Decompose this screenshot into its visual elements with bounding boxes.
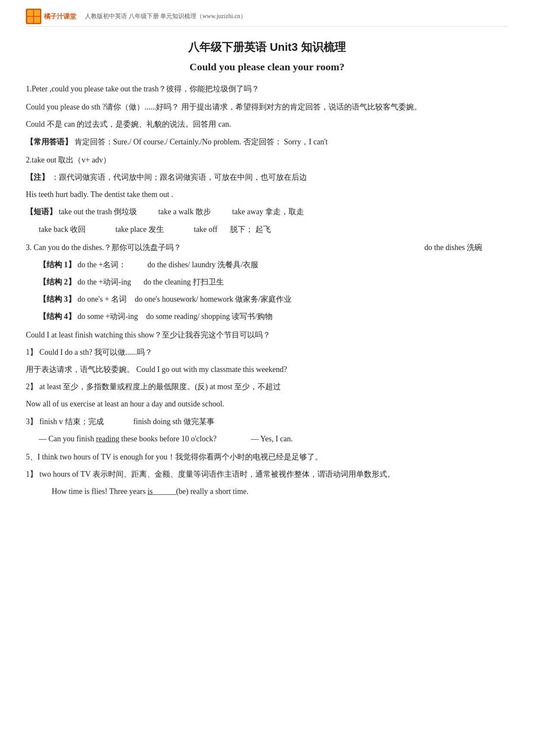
item4-3-ex-underline: reading bbox=[96, 434, 119, 443]
item2-phrases2-p3: take off bbox=[194, 225, 217, 234]
item1-note1: Could you please do sth ?请你（做）......好吗？ … bbox=[26, 100, 508, 114]
item3-s1: 【结构 1】 do the +名词： do the dishes/ laundr… bbox=[26, 257, 508, 272]
item3-s3-label: 【结构 3】 bbox=[39, 295, 76, 303]
item5-title-text: 5、I think two hours of TV is enough for … bbox=[26, 453, 323, 461]
item5-title: 5、I think two hours of TV is enough for … bbox=[26, 450, 508, 464]
item4-2: 2】 at least 至少，多指数量或程度上的最低限度。(反) at most… bbox=[26, 379, 508, 394]
item2-phrases-label: 【短语】 bbox=[26, 207, 57, 216]
item3-s4: 【结构 4】 do some +动词-ing do some reading/ … bbox=[26, 309, 508, 324]
item1-note3: 【常用答语】 肯定回答：Sure./ Of course./ Certainly… bbox=[26, 134, 508, 149]
item4-title-text: Could I at least finish watching this sh… bbox=[26, 331, 270, 339]
item4-2-example: Now all of us exercise at least an hour … bbox=[26, 397, 508, 411]
header-subtitle: 人教版初中英语 八年级下册 单元知识梳理（www.juzizhi.cn） bbox=[85, 12, 246, 20]
page-title: 八年级下册英语 Unit3 知识梳理 bbox=[26, 40, 508, 55]
item4-1-note-text: 用于表达请求，语气比较委婉。 Could I go out with my cl… bbox=[26, 365, 287, 374]
item2-phrases-p1: take out the trash 倒垃圾 bbox=[59, 207, 137, 216]
item1-note1-text: Could you please do sth ?请你（做）......好吗？ … bbox=[26, 103, 422, 111]
item3-s2: 【结构 2】 do the +动词-ing do the cleaning 打扫… bbox=[26, 275, 508, 289]
item4-1: 1】 Could I do a sth? 我可以做......吗？ bbox=[26, 345, 508, 359]
item4-2-text: at least 至少，多指数量或程度上的最低限度。(反) at most 至少… bbox=[40, 382, 281, 391]
item2-phrases2-p1: take back 收回 bbox=[39, 225, 86, 234]
item2-note1-label: 【注】 bbox=[26, 173, 49, 181]
svg-rect-1 bbox=[27, 10, 33, 16]
item3-s1-example: do the dishes/ laundry 洗餐具/衣服 bbox=[147, 260, 258, 269]
item5-1-text: two hours of TV 表示时间、距离、金额、度量等词语作主语时，通常被… bbox=[40, 470, 395, 478]
item3-s1-text: do the +名词： bbox=[78, 260, 126, 269]
item2-note1-text: ：跟代词做宾语，代词放中间；跟名词做宾语，可放在中间，也可放在后边 bbox=[51, 173, 307, 181]
item2-phrases-p3: take away 拿走，取走 bbox=[232, 207, 304, 216]
item5-1-num: 1】 bbox=[26, 470, 37, 478]
item1-title: 1.Peter ,could you please take out the t… bbox=[26, 81, 508, 96]
item2-phrases2-p4: 脱下； 起飞 bbox=[230, 225, 271, 234]
svg-rect-4 bbox=[34, 17, 40, 23]
item5-1-example: How time is flies! Three years is______(… bbox=[26, 484, 508, 499]
item3-s3: 【结构 3】 do one's + 名词 do one's housework/… bbox=[26, 292, 508, 306]
item2-title: 2.take out 取出（v+ adv） bbox=[26, 153, 508, 167]
item3-s2-example: do the cleaning 打扫卫生 bbox=[143, 278, 224, 286]
item4-3-text: finish v 结束；完成 bbox=[40, 417, 104, 426]
item3-s3-example: do one's housework/ homework 做家务/家庭作业 bbox=[135, 295, 292, 303]
item4-1-text: Could I do a sth? 我可以做......吗？ bbox=[40, 348, 153, 356]
item4-1-num: 1】 bbox=[26, 348, 37, 356]
item4-title: Could I at least finish watching this sh… bbox=[26, 328, 508, 342]
item1-text: 1.Peter ,could you please take out the t… bbox=[26, 84, 259, 93]
item2-example: His teeth hurt badly. The dentist take t… bbox=[26, 187, 508, 202]
item2-phrases-line2: take back 收回 take place 发生 take off 脱下； … bbox=[26, 222, 508, 237]
item5-1-example-text: How time is flies! Three years is______(… bbox=[52, 487, 248, 496]
item2-phrases-line1: 【短语】 take out the trash 倒垃圾 take a walk … bbox=[26, 204, 508, 219]
content-area: 1.Peter ,could you please take out the t… bbox=[26, 81, 508, 499]
item4-3-num: 3】 bbox=[26, 417, 37, 426]
item4-3-ex-text1: — Can you finish bbox=[39, 434, 96, 443]
subtitle: Could you please clean your room? bbox=[26, 61, 508, 73]
item3-title-line: 3. Can you do the dishes.？那你可以洗盘子吗？ do t… bbox=[26, 240, 508, 255]
item4-3-ex-text3: — Yes, I can. bbox=[251, 434, 293, 443]
item2-example-text: His teeth hurt badly. The dentist take t… bbox=[26, 190, 173, 199]
item4-2-num: 2】 bbox=[26, 382, 37, 391]
item4-3: 3】 finish v 结束；完成 finish doing sth 做完某事 bbox=[26, 414, 508, 429]
item1-note2: Could 不是 can 的过去式，是委婉、礼貌的说法。回答用 can. bbox=[26, 117, 508, 131]
item4-3-example: — Can you finish reading these books bef… bbox=[26, 431, 508, 446]
item4-3-ex-text2: these books before 10 o'clock? bbox=[119, 434, 217, 443]
svg-rect-3 bbox=[27, 17, 33, 23]
item3-s4-example: do some reading/ shopping 读写书/购物 bbox=[146, 312, 273, 321]
item2-phrases-p2: take a walk 散步 bbox=[158, 207, 211, 216]
item3-title: 3. Can you do the dishes.？那你可以洗盘子吗？ bbox=[26, 240, 182, 255]
logo-box: 橘子汁课堂 bbox=[26, 9, 76, 24]
item2-phrases2-p2: take place 发生 bbox=[115, 225, 164, 234]
svg-rect-2 bbox=[34, 10, 40, 16]
item3-s4-text: do some +动词-ing bbox=[78, 312, 138, 321]
item3-s2-text: do the +动词-ing bbox=[78, 278, 131, 286]
item5-1: 1】 two hours of TV 表示时间、距离、金额、度量等词语作主语时，… bbox=[26, 467, 508, 481]
item3-s1-label: 【结构 1】 bbox=[39, 260, 76, 269]
item4-2-example-text: Now all of us exercise at least an hour … bbox=[26, 400, 224, 408]
item2-note1: 【注】 ：跟代词做宾语，代词放中间；跟名词做宾语，可放在中间，也可放在后边 bbox=[26, 170, 508, 184]
logo-icon bbox=[26, 9, 41, 24]
item1-note2-text: Could 不是 can 的过去式，是委婉、礼貌的说法。回答用 can. bbox=[26, 120, 231, 128]
logo-text: 橘子汁课堂 bbox=[44, 12, 76, 21]
item1-note3-text: 肯定回答：Sure./ Of course./ Certainly./No pr… bbox=[75, 137, 328, 146]
page-header: 橘子汁课堂 人教版初中英语 八年级下册 单元知识梳理（www.juzizhi.c… bbox=[26, 9, 508, 27]
item1-note3-label: 【常用答语】 bbox=[26, 137, 72, 146]
item4-1-note: 用于表达请求，语气比较委婉。 Could I go out with my cl… bbox=[26, 362, 508, 377]
item2-title-text: 2.take out 取出（v+ adv） bbox=[26, 156, 111, 164]
item3-s2-label: 【结构 2】 bbox=[39, 278, 76, 286]
item3-s4-label: 【结构 4】 bbox=[39, 312, 76, 321]
item4-3-text2: finish doing sth 做完某事 bbox=[134, 417, 215, 426]
item3-s3-text: do one's + 名词 bbox=[78, 295, 127, 303]
item3-right: do the dishes 洗碗 bbox=[425, 240, 483, 255]
